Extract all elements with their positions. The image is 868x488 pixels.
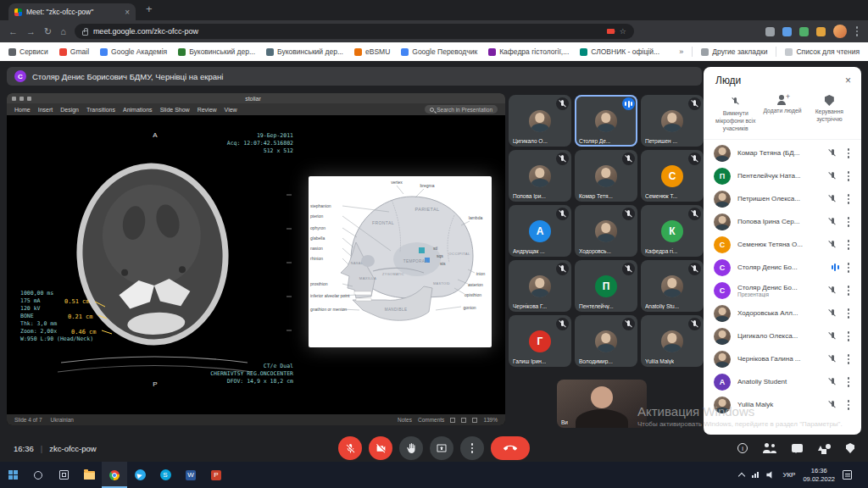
powerpoint-taskbar-button[interactable] (203, 462, 229, 488)
quick-access-icon[interactable] (12, 97, 16, 101)
bookmark-item[interactable]: Сервиси (8, 47, 48, 56)
extension-icon[interactable] (765, 27, 775, 36)
participant-row[interactable]: CСтоляр Денис Бо... (704, 256, 861, 279)
file-explorer-button[interactable] (76, 462, 102, 488)
video-tile[interactable]: ККафедра гі... (641, 205, 704, 257)
ppt-tab-animations[interactable]: Animations (123, 107, 153, 113)
video-tile[interactable]: Попова Іри... (509, 150, 571, 202)
ppt-tab-review[interactable]: Review (198, 107, 217, 113)
ppt-tab-transitions[interactable]: Transitions (86, 107, 115, 113)
video-tile[interactable]: Чернікова Г... (509, 260, 571, 312)
profile-avatar[interactable] (833, 25, 847, 38)
search-button[interactable] (25, 462, 51, 488)
bookmarks-overflow-icon[interactable]: » (679, 47, 683, 56)
bookmark-item[interactable]: Gmail (59, 47, 89, 56)
address-bar[interactable]: meet.google.com/zkc-ofcc-pow (75, 24, 634, 39)
ppt-search-box[interactable]: Search in Presentation (425, 105, 498, 114)
participant-row[interactable]: Yuliia Malyk (704, 393, 861, 416)
video-tile[interactable]: Yuliia Malyk (641, 315, 704, 367)
more-options-icon[interactable] (848, 244, 850, 247)
language-indicator[interactable]: Ukrainian (51, 417, 74, 423)
view-slideshow-icon[interactable] (472, 418, 477, 423)
host-controls-icon[interactable] (846, 443, 854, 453)
quick-access-icon[interactable] (27, 97, 31, 101)
ppt-tab-insert[interactable]: Insert (38, 107, 53, 113)
video-tile[interactable]: Петришен ... (641, 95, 704, 147)
skype-taskbar-button[interactable] (153, 462, 178, 488)
more-options-icon[interactable] (848, 336, 850, 338)
video-tile[interactable]: Володимир... (575, 315, 637, 367)
video-tile[interactable]: Anatoliy Stu... (641, 260, 704, 312)
more-options-icon[interactable] (848, 198, 850, 201)
meeting-details-button[interactable] (737, 443, 748, 453)
self-video-tile[interactable]: Ви (557, 380, 647, 428)
video-tile[interactable]: Столяр Де... (575, 95, 637, 147)
participant-row[interactable]: AAnatoliy Student (704, 370, 861, 393)
add-people-button[interactable]: Додати людей (759, 95, 805, 115)
task-view-button[interactable] (51, 462, 76, 488)
back-button[interactable] (8, 27, 18, 36)
ppt-tab-home[interactable]: Home (14, 107, 31, 113)
more-options-icon[interactable] (848, 290, 850, 292)
language-indicator[interactable]: УКР (782, 471, 795, 479)
video-tile[interactable]: CСеменюк Т... (641, 150, 704, 202)
more-options-icon[interactable] (848, 221, 850, 224)
reload-button[interactable] (44, 27, 52, 36)
participant-row[interactable]: Чернікова Галина ... (704, 347, 861, 370)
chat-button[interactable] (792, 444, 803, 452)
mute-all-button[interactable]: Вимкнути мікрофони всіх учасників (712, 95, 759, 132)
taskbar-clock[interactable]: 16:36 09.02.2022 (803, 467, 835, 484)
participant-row[interactable]: ППентелейчук Ната... (704, 164, 861, 187)
leave-call-button[interactable] (491, 436, 530, 460)
volume-icon[interactable] (766, 471, 775, 480)
video-tile[interactable]: ГГалиш Ірин... (509, 315, 571, 367)
camera-toggle-button[interactable] (369, 436, 392, 460)
extension-icon[interactable] (799, 27, 809, 36)
start-button[interactable] (0, 462, 25, 488)
telegram-taskbar-button[interactable] (127, 462, 153, 488)
video-tile[interactable]: ППентелейчу... (575, 260, 637, 312)
close-icon[interactable] (845, 75, 851, 86)
raise-hand-button[interactable] (399, 436, 423, 460)
browser-menu-icon[interactable] (856, 30, 859, 33)
present-screen-button[interactable] (430, 436, 453, 460)
more-options-icon[interactable] (848, 358, 850, 361)
chrome-taskbar-button[interactable] (102, 462, 127, 488)
notes-button[interactable]: Notes (398, 417, 412, 423)
camera-in-use-icon[interactable] (607, 29, 615, 34)
participant-row[interactable]: CСтоляр Денис Бо...Презентація (704, 279, 861, 302)
video-tile[interactable]: Цигикало О... (509, 95, 571, 147)
view-normal-icon[interactable] (450, 418, 455, 423)
notification-center-icon[interactable] (843, 470, 852, 480)
word-taskbar-button[interactable] (178, 462, 203, 488)
more-options-icon[interactable] (848, 152, 850, 155)
new-tab-button[interactable] (146, 3, 153, 14)
more-options-icon[interactable] (848, 313, 850, 315)
participant-row[interactable]: Комар Тетяна (БД... (704, 141, 861, 164)
bookmark-item[interactable]: eBSMU (354, 47, 390, 56)
zoom-level[interactable]: 139% (483, 417, 498, 423)
more-options-button[interactable] (460, 436, 484, 460)
bookmark-item[interactable]: СЛОВНИК - офіцій... (580, 47, 659, 56)
mic-toggle-button[interactable] (338, 436, 362, 460)
bookmark-star-icon[interactable] (620, 27, 626, 36)
participant-row[interactable]: Цигикало Олекса... (704, 324, 861, 347)
more-options-icon[interactable] (848, 404, 850, 407)
comments-button[interactable]: Comments (418, 417, 444, 423)
reading-list-button[interactable]: Список для чтения (785, 47, 860, 56)
ppt-tab-slideshow[interactable]: Slide Show (160, 107, 190, 113)
video-tile[interactable]: Комар Тетя... (575, 150, 637, 202)
other-bookmarks-button[interactable]: Другие закладки (701, 47, 767, 56)
network-icon[interactable] (752, 472, 759, 478)
video-tile[interactable]: Ходоровсь... (575, 205, 637, 257)
bookmark-item[interactable]: Google Академія (100, 47, 167, 56)
view-sorter-icon[interactable] (461, 418, 466, 423)
tab-close-icon[interactable] (125, 8, 130, 17)
extension-icon[interactable] (816, 27, 826, 36)
video-tile[interactable]: AАндрущак ... (509, 205, 571, 257)
forward-button[interactable] (26, 27, 36, 36)
more-options-icon[interactable] (848, 175, 850, 178)
more-options-icon[interactable] (848, 381, 850, 384)
bookmark-item[interactable]: Google Переводчик (401, 47, 477, 56)
home-button[interactable] (60, 27, 66, 36)
